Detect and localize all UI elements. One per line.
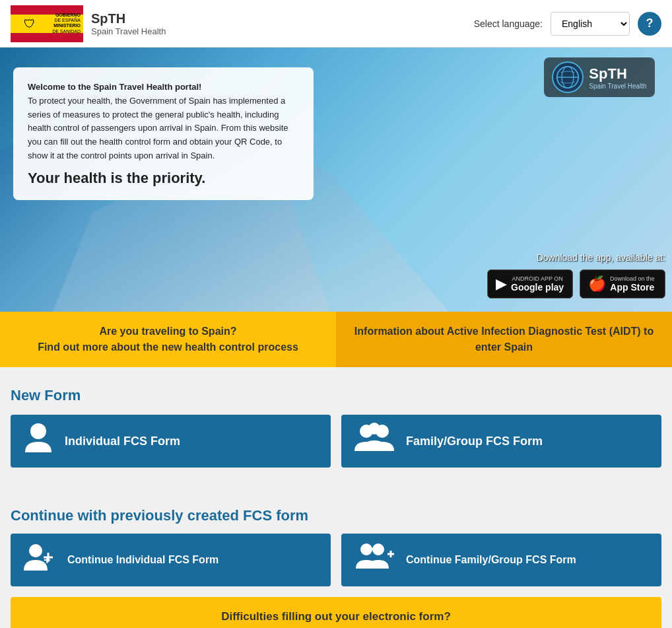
svg-text:+: + [44, 553, 51, 567]
welcome-tagline: Your health is the priority. [28, 170, 299, 187]
individual-fcs-label: Individual FCS Form [65, 435, 180, 448]
spain-flag-logo: 🛡 GOBIERNO DE ESPAÑA MINISTERIO DE SANID… [11, 5, 83, 42]
svg-point-3 [30, 423, 46, 439]
svg-point-6 [368, 423, 380, 435]
continue-family-button[interactable]: Continue Family/Group FCS Form [341, 534, 661, 586]
app-store-text: Download on the App Store [610, 275, 655, 293]
store-buttons: ▶ ANDROID APP ON Google play 🍎 Download … [487, 269, 665, 298]
gov-text: GOBIERNO DE ESPAÑA MINISTERIO DE SANIDAD [52, 13, 81, 35]
site-subtitle: Spain Travel Health [91, 26, 166, 36]
download-section: Download the app, available at: ▶ ANDROI… [487, 252, 665, 298]
help-button[interactable]: ? [638, 12, 661, 36]
infection-test-button[interactable]: Information about Active Infection Diagn… [336, 312, 672, 367]
continue-individual-button[interactable]: + Continue Individual FCS Form [11, 534, 331, 586]
svg-point-7 [29, 544, 42, 557]
coat-of-arms: 🛡 [24, 17, 36, 30]
cta-bar: Are you traveling to Spain? Find out mor… [0, 312, 672, 367]
hero-section: SpTH Spain Travel Health Welcome to the … [0, 48, 672, 312]
continue-section-title: Continue with previously created FCS for… [11, 507, 661, 524]
svg-point-11 [360, 543, 372, 555]
google-play-text: ANDROID APP ON Google play [511, 275, 564, 293]
family-group-fcs-form-button[interactable]: Family/Group FCS Form [341, 415, 661, 468]
spth-logo-text: SpTH [589, 65, 646, 83]
main-content: New Form Individual FCS Form [0, 367, 672, 501]
spth-hero-logo: SpTH Spain Travel Health [527, 54, 672, 100]
apple-icon: 🍎 [588, 275, 606, 293]
google-play-icon: ▶ [496, 275, 507, 293]
app-store-button[interactable]: 🍎 Download on the App Store [580, 269, 665, 298]
group-icon [354, 422, 394, 461]
site-branding: SpTH Spain Travel Health [91, 11, 166, 36]
language-label: Select language: [474, 18, 543, 29]
continue-buttons: + Continue Individual FCS Form Continue … [11, 534, 661, 586]
family-group-fcs-label: Family/Group FCS Form [406, 435, 543, 448]
language-select[interactable]: English Español Français Deutsch Italian… [551, 12, 630, 36]
difficulties-button[interactable]: Difficulties filling out your electronic… [11, 597, 661, 628]
google-play-button[interactable]: ▶ ANDROID APP ON Google play [487, 269, 573, 298]
welcome-text: Welcome to the Spain Travel Health porta… [28, 81, 299, 163]
site-title: SpTH [91, 11, 166, 26]
continue-individual-label: Continue Individual FCS Form [67, 554, 218, 566]
continue-section: Continue with previously created FCS for… [0, 501, 672, 628]
spth-logo-circle [552, 61, 584, 93]
individual-icon [24, 422, 53, 461]
header-right: Select language: English Español Françai… [474, 12, 661, 36]
download-app-text: Download the app, available at: [537, 252, 665, 263]
svg-point-12 [372, 543, 384, 555]
header: 🛡 GOBIERNO DE ESPAÑA MINISTERIO DE SANID… [0, 0, 672, 48]
traveling-to-spain-button[interactable]: Are you traveling to Spain? Find out mor… [0, 312, 336, 367]
welcome-box: Welcome to the Spain Travel Health porta… [13, 67, 314, 200]
continue-family-label: Continue Family/Group FCS Form [406, 554, 576, 566]
spth-logo-subtext: Spain Travel Health [589, 83, 646, 90]
continue-family-icon [354, 541, 394, 579]
individual-fcs-form-button[interactable]: Individual FCS Form [11, 415, 331, 468]
new-form-buttons: Individual FCS Form Family/Group FCS For… [11, 415, 661, 468]
new-form-title: New Form [11, 387, 661, 404]
continue-individual-icon: + [24, 541, 55, 578]
header-left: 🛡 GOBIERNO DE ESPAÑA MINISTERIO DE SANID… [11, 5, 166, 42]
